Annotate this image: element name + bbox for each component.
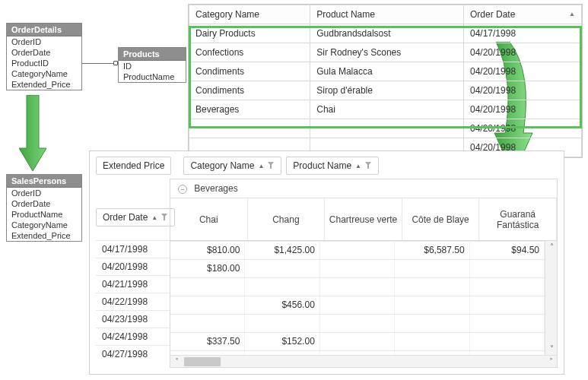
table-row[interactable]: BeveragesChai04/20/1998 <box>189 100 582 119</box>
pivot-cell: $94.50 <box>470 241 545 259</box>
sort-asc-icon: ▲ <box>355 163 361 169</box>
pivot-cell: $180.00 <box>170 259 245 277</box>
pivot-row-header[interactable]: 04/21/1998 <box>96 275 170 293</box>
chip-label: Product Name <box>293 160 351 171</box>
filter-icon[interactable] <box>365 162 372 169</box>
pivot-grid[interactable]: Extended Price Category Name ▲ Product N… <box>89 150 564 375</box>
pivot-column-header[interactable]: Chartreuse verte <box>325 198 402 241</box>
pivot-row-header[interactable]: 04/23/1998 <box>96 310 170 328</box>
scroll-up-icon[interactable]: ˄ <box>545 241 558 253</box>
schema-field: ID <box>119 61 186 71</box>
cell: 04/20/1998 <box>464 119 582 138</box>
scroll-thumb[interactable] <box>184 357 221 366</box>
row-field-chip-date[interactable]: Order Date ▲ <box>96 208 175 226</box>
relation-line <box>82 63 118 64</box>
cell: Gudbrandsdalsost <box>310 24 464 43</box>
pivot-cell <box>395 277 469 296</box>
schema-field: Extended_Price <box>7 230 81 241</box>
table-row[interactable]: Dairy ProductsGudbrandsdalsost04/17/1998 <box>189 24 582 43</box>
flow-arrow-icon <box>19 95 49 175</box>
schema-field: ProductID <box>7 58 81 68</box>
schema-field: OrderID <box>7 36 81 47</box>
cell: Condiments <box>189 62 310 81</box>
cell: Sirop d'érable <box>310 81 464 100</box>
scroll-left-icon[interactable]: ˂ <box>170 356 183 368</box>
scroll-down-icon[interactable]: ˅ <box>545 343 558 355</box>
schema-title: SalesPersons <box>7 175 81 188</box>
pivot-cell <box>170 296 245 314</box>
schema-title: Products <box>119 48 186 61</box>
filter-icon[interactable] <box>268 162 275 169</box>
pivot-row-header[interactable]: 04/17/1998 <box>96 240 170 258</box>
flat-data-grid[interactable]: Category Name Product Name Order Date ▲ … <box>188 4 583 158</box>
column-band-header[interactable]: – Beverages <box>170 179 557 198</box>
pivot-cell <box>395 296 469 314</box>
pivot-column-header[interactable]: Côte de Blaye <box>402 198 480 241</box>
table-row[interactable]: CondimentsSirop d'érable04/20/1998 <box>189 81 582 100</box>
pivot-cell <box>170 314 245 332</box>
sort-asc-icon: ▲ <box>258 163 264 169</box>
schema-field: OrderDate <box>7 198 81 209</box>
schema-field: ProductName <box>7 209 81 220</box>
pivot-cell: $337.50 <box>170 332 245 350</box>
column-header-category[interactable]: Category Name <box>189 5 310 24</box>
pivot-row-header[interactable]: 04/20/1998 <box>96 258 170 275</box>
table-row[interactable]: CondimentsGula Malacca04/20/1998 <box>189 62 582 81</box>
vertical-scrollbar[interactable]: ˄ ˅ <box>545 241 557 355</box>
relation-endpoint-icon <box>113 61 118 65</box>
horizontal-scrollbar[interactable]: ˂ ˃ <box>170 355 557 367</box>
pivot-row: $456.00 <box>170 296 545 314</box>
cell: Dairy Products <box>189 24 310 43</box>
cell: 04/20/1998 <box>464 81 582 100</box>
cell: Beverages <box>189 100 310 119</box>
pivot-cell <box>470 314 545 332</box>
schema-sales-persons[interactable]: SalesPersons OrderID OrderDate ProductNa… <box>6 174 82 242</box>
cell: 04/20/1998 <box>464 43 582 62</box>
cell: Condiments <box>189 81 310 100</box>
table-row[interactable]: ConfectionsSir Rodney's Scones04/20/1998 <box>189 43 582 62</box>
table-row[interactable]: 04/20/1998 <box>189 119 582 138</box>
column-header-product[interactable]: Product Name <box>310 5 464 24</box>
pivot-body: – Beverages ChaiChangChartreuse verteCôt… <box>170 179 558 368</box>
pivot-cell <box>170 277 245 296</box>
pivot-row-header[interactable]: 04/27/1998 <box>96 345 170 363</box>
pivot-cell <box>320 314 395 332</box>
pivot-row: $180.00 <box>170 259 545 277</box>
pivot-column-header[interactable]: Guaraná Fantástica <box>479 198 557 241</box>
schema-field: Extended_Price <box>7 79 81 90</box>
cell: Gula Malacca <box>310 62 464 81</box>
pivot-column-header[interactable]: Chai <box>170 198 248 241</box>
schema-field: OrderDate <box>7 47 81 58</box>
scroll-right-icon[interactable]: ˃ <box>545 356 557 368</box>
pivot-row: $337.50$152.00 <box>170 332 545 350</box>
pivot-cell <box>245 277 319 296</box>
col-field-chip-category[interactable]: Category Name ▲ <box>183 157 281 175</box>
pivot-row <box>170 277 545 296</box>
pivot-cell <box>395 314 469 332</box>
pivot-cell <box>320 296 395 314</box>
chip-label: Extended Price <box>103 160 164 171</box>
schema-field: OrderID <box>7 188 81 198</box>
schema-products[interactable]: Products ID ProductName <box>118 47 186 83</box>
pivot-row: $810.00$1,425.00$6,587.50$94.50 <box>170 241 545 259</box>
cell: Sir Rodney's Scones <box>310 43 464 62</box>
schema-order-details[interactable]: OrderDetails OrderID OrderDate ProductID… <box>6 23 82 90</box>
pivot-row-header[interactable]: 04/22/1998 <box>96 293 170 310</box>
pivot-cell <box>395 259 469 277</box>
col-field-chip-product[interactable]: Product Name ▲ <box>286 157 379 175</box>
data-field-chip[interactable]: Extended Price <box>96 157 171 175</box>
pivot-cell <box>320 259 395 277</box>
pivot-cell: $6,587.50 <box>395 241 469 259</box>
filter-icon[interactable] <box>161 214 168 221</box>
pivot-column-header[interactable]: Chang <box>248 198 326 241</box>
pivot-cell <box>470 277 545 296</box>
column-header-date[interactable]: Order Date ▲ <box>464 5 582 24</box>
pivot-cell: $1,425.00 <box>245 241 319 259</box>
pivot-cell: $810.00 <box>170 241 245 259</box>
collapse-icon[interactable]: – <box>178 185 187 194</box>
pivot-cell <box>320 332 395 350</box>
pivot-cell <box>245 314 319 332</box>
pivot-cell <box>470 296 545 314</box>
pivot-cell <box>320 241 395 259</box>
pivot-row-header[interactable]: 04/24/1998 <box>96 328 170 345</box>
